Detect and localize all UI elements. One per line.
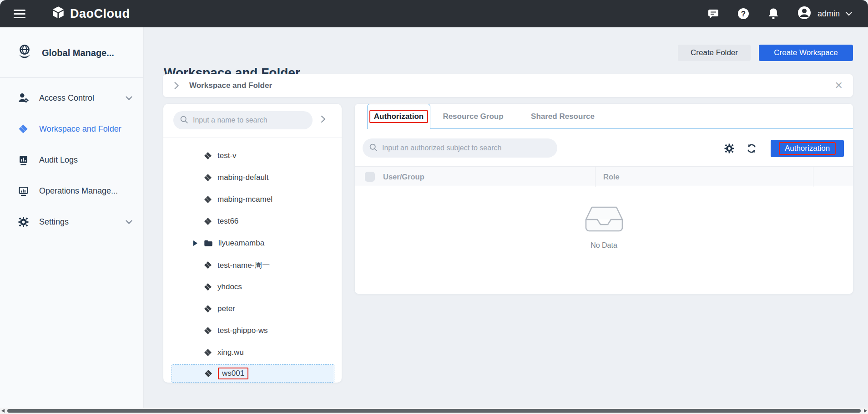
tree-item-label: test-ghippo-ws bbox=[217, 326, 268, 335]
sidebar-item-audit-logs[interactable]: Audit Logs bbox=[0, 144, 143, 175]
app-screen: DaoCloud ? bbox=[0, 0, 868, 414]
brand-logo[interactable]: DaoCloud bbox=[51, 5, 130, 22]
topbar: DaoCloud ? bbox=[0, 0, 868, 27]
workspace-icon bbox=[203, 348, 212, 357]
workspace-icon bbox=[203, 195, 212, 204]
empty-state-text: No Data bbox=[355, 241, 853, 250]
sidebar-item-workspace-and-folder[interactable]: Workspace and Folder bbox=[0, 113, 143, 144]
tree-item-label: ws001 bbox=[222, 369, 244, 378]
tree-item[interactable]: test-ghippo-ws bbox=[163, 320, 342, 342]
tree-item[interactable]: mabing-mcamel bbox=[163, 189, 342, 210]
chat-icon[interactable] bbox=[707, 7, 720, 20]
subject-search-input[interactable] bbox=[382, 144, 529, 152]
workspace-icon bbox=[203, 282, 212, 291]
sidebar-item-access-control[interactable]: Access Control bbox=[0, 82, 143, 113]
table-header: User/Group Role bbox=[355, 166, 853, 186]
tree-item[interactable]: test-name-周一 bbox=[163, 254, 342, 276]
annotation-box-tree-item: ws001 bbox=[218, 368, 248, 379]
gear-icon bbox=[17, 216, 29, 228]
workspace-icon bbox=[204, 369, 213, 378]
menu-toggle-icon[interactable] bbox=[14, 7, 25, 20]
user-menu[interactable]: admin bbox=[797, 5, 853, 22]
settings-gear-icon[interactable] bbox=[724, 143, 735, 156]
tree-item[interactable]: test-v bbox=[163, 145, 342, 167]
panel-collapse-icon[interactable] bbox=[321, 115, 326, 125]
avatar-icon bbox=[797, 5, 812, 22]
chevron-down-icon bbox=[845, 10, 853, 18]
svg-text:?: ? bbox=[741, 10, 746, 18]
create-folder-button[interactable]: Create Folder bbox=[678, 45, 751, 61]
sidebar-item-label: Settings bbox=[39, 217, 69, 227]
close-icon[interactable]: ✕ bbox=[835, 81, 843, 91]
tab-label: Authorization bbox=[374, 112, 424, 121]
tree-item-label: test66 bbox=[217, 217, 238, 226]
tree-item[interactable]: xing.wu bbox=[163, 342, 342, 363]
tree-item[interactable]: mabing-default bbox=[163, 167, 342, 189]
horizontal-scrollbar bbox=[0, 408, 868, 414]
tree-item-label: test-v bbox=[217, 151, 237, 160]
scroll-right-arrow-icon[interactable] bbox=[864, 409, 867, 413]
breadcrumb-label: Workspace and Folder bbox=[189, 81, 272, 90]
help-icon[interactable]: ? bbox=[737, 7, 750, 20]
workspace-icon bbox=[203, 151, 212, 160]
tree-item-label: test-name-周一 bbox=[217, 260, 270, 271]
authorization-button[interactable]: Authorization bbox=[771, 140, 844, 157]
tree-item[interactable]: ws001 bbox=[172, 364, 334, 383]
tab-resource-group[interactable]: Resource Group bbox=[441, 104, 505, 129]
tree-search-input[interactable] bbox=[193, 116, 297, 124]
workspace-diamond-icon bbox=[17, 123, 29, 134]
workspace-icon bbox=[203, 217, 212, 226]
sidebar-product-label: Global Manage... bbox=[42, 48, 114, 58]
tree-item-label: yhdocs bbox=[217, 282, 242, 291]
user-gear-icon bbox=[17, 92, 29, 104]
sidebar-product[interactable]: Global Manage... bbox=[0, 27, 143, 76]
sidebar-item-settings[interactable]: Settings bbox=[0, 206, 143, 237]
tree-item[interactable]: peter bbox=[163, 298, 342, 320]
expand-arrow-icon[interactable] bbox=[193, 240, 197, 246]
scroll-left-arrow-icon[interactable] bbox=[1, 409, 5, 413]
main-area: Workspace and Folder Create Folder Creat… bbox=[144, 27, 868, 408]
subject-search bbox=[363, 138, 557, 158]
audit-logs-icon bbox=[17, 154, 29, 166]
sidebar-item-operations-management[interactable]: Operations Manage... bbox=[0, 175, 143, 206]
column-header-role: Role bbox=[603, 167, 620, 187]
search-icon bbox=[180, 115, 188, 126]
select-all-checkbox[interactable] bbox=[365, 172, 375, 182]
tab-shared-resource[interactable]: Shared Resource bbox=[529, 104, 597, 129]
authorization-button-label: Authorization bbox=[785, 144, 830, 153]
search-icon bbox=[369, 143, 378, 153]
tree-search bbox=[173, 111, 313, 129]
workspace-icon bbox=[203, 173, 212, 182]
sidebar-item-label: Workspace and Folder bbox=[39, 124, 121, 134]
tree-item[interactable]: yhdocs bbox=[163, 276, 342, 298]
column-divider bbox=[813, 167, 813, 187]
empty-state: No Data bbox=[355, 205, 853, 250]
chevron-right-icon[interactable] bbox=[174, 82, 179, 90]
user-name: admin bbox=[818, 9, 840, 19]
chevron-down-icon bbox=[126, 218, 132, 226]
tab-authorization[interactable]: Authorization bbox=[367, 104, 430, 129]
refresh-icon[interactable] bbox=[746, 143, 757, 156]
tree-item-folder[interactable]: liyueamamba bbox=[163, 232, 342, 254]
scrollbar-thumb[interactable] bbox=[7, 409, 861, 413]
sidebar-divider bbox=[0, 77, 143, 78]
empty-tray-icon bbox=[584, 227, 624, 235]
workspace-tree-panel: test-v mabing-default mabing-mcamel test… bbox=[163, 104, 342, 383]
workspace-icon bbox=[203, 261, 212, 270]
sidebar: Global Manage... Access Co bbox=[0, 27, 144, 408]
workspace-icon bbox=[203, 326, 212, 335]
brand-name: DaoCloud bbox=[70, 7, 130, 21]
annotation-box-tab: Authorization bbox=[369, 110, 429, 123]
topbar-actions: ? admin bbox=[707, 5, 853, 22]
tree-item-label: peter bbox=[217, 304, 235, 313]
folder-icon bbox=[203, 238, 213, 248]
workspace-detail-panel: Authorization Resource Group Shared Reso… bbox=[355, 104, 853, 294]
sidebar-item-label: Audit Logs bbox=[39, 155, 78, 165]
daocloud-cube-icon bbox=[51, 5, 66, 22]
create-workspace-button[interactable]: Create Workspace bbox=[759, 45, 853, 61]
chevron-down-icon bbox=[126, 94, 132, 102]
globe-icon bbox=[16, 44, 33, 62]
notification-bell-icon[interactable] bbox=[767, 7, 780, 20]
tree-item[interactable]: test66 bbox=[163, 210, 342, 232]
column-divider bbox=[595, 167, 595, 187]
